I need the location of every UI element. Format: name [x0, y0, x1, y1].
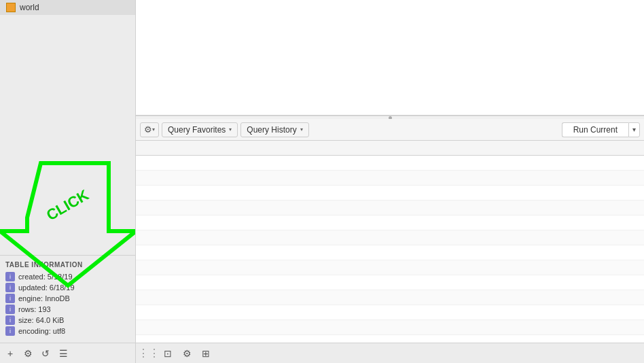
query-history-label: Query History: [247, 125, 296, 135]
gear-icon: ⚙: [144, 124, 152, 135]
info-label-rows: rows: 193: [18, 305, 51, 313]
bookmark-button[interactable]: ☰: [56, 346, 71, 361]
run-button-group: Run Current ▾: [562, 122, 640, 137]
info-row-created: i created: 5/18/19: [5, 272, 135, 281]
info-label-size: size: 64.0 KiB: [18, 316, 64, 324]
info-icon-updated: i: [5, 283, 15, 292]
content-area: ⚙ ▾ Query Favorites ▾ Query History ▾ Ru…: [136, 0, 644, 363]
query-favorites-button[interactable]: Query Favorites ▾: [162, 122, 238, 137]
image-view-button[interactable]: ⊡: [160, 346, 175, 361]
info-icon-encoding: i: [5, 326, 15, 336]
sidebar-item-label: world: [20, 3, 39, 12]
gear-button-sidebar[interactable]: ⚙: [20, 346, 35, 361]
info-label-engine: engine: InnoDB: [18, 294, 70, 302]
sidebar: world TABLE INFORMATION i created: 5/18/…: [0, 0, 136, 363]
info-icon-created: i: [5, 272, 15, 281]
add-button[interactable]: +: [3, 346, 18, 361]
results-area[interactable]: [136, 141, 644, 343]
table-row: [136, 156, 644, 171]
sidebar-item-world[interactable]: world: [0, 0, 135, 15]
separator-handle[interactable]: ⋮⋮: [141, 346, 156, 361]
table-row: [136, 230, 644, 245]
table-row: [136, 171, 644, 186]
gear-dropdown-icon: ▾: [152, 126, 155, 133]
info-row-rows: i rows: 193: [5, 305, 135, 314]
sidebar-tree: world: [0, 0, 135, 255]
info-row-updated: i updated: 6/18/19: [5, 283, 135, 292]
table-info-header: TABLE INFORMATION: [5, 261, 135, 269]
info-row-engine: i engine: InnoDB: [5, 294, 135, 303]
table-info-panel: TABLE INFORMATION i created: 5/18/19 i u…: [0, 255, 135, 343]
table-row: [136, 305, 644, 320]
query-toolbar: ⚙ ▾ Query Favorites ▾ Query History ▾ Ru…: [136, 119, 644, 141]
image-icon: ⊡: [164, 348, 172, 359]
query-favorites-dropdown-icon: ▾: [229, 126, 232, 133]
settings-button[interactable]: ⚙: [179, 346, 194, 361]
result-header-row: [136, 141, 644, 156]
table-row: [136, 186, 644, 201]
table-row: [136, 260, 644, 275]
refresh-button[interactable]: ↺: [38, 346, 53, 361]
table-row: [136, 245, 644, 260]
query-history-dropdown-icon: ▾: [300, 126, 303, 133]
info-row-size: i size: 64.0 KiB: [5, 315, 135, 325]
content-bottom-toolbar: ⋮⋮ ⊡ ⚙ ⊞: [136, 343, 644, 363]
table-row: [136, 275, 644, 290]
query-editor[interactable]: [136, 0, 644, 116]
run-current-button[interactable]: Run Current: [562, 122, 628, 137]
table-row: [136, 290, 644, 305]
info-icon-size: i: [5, 315, 15, 325]
info-label-updated: updated: 6/18/19: [18, 283, 75, 292]
info-label-created: created: 5/18/19: [18, 273, 73, 281]
table-row: [136, 215, 644, 230]
separator-icon: ⋮⋮: [138, 347, 160, 360]
info-icon-engine: i: [5, 294, 15, 303]
sidebar-bottom-toolbar: + ⚙ ↺ ☰: [0, 343, 135, 363]
info-row-encoding: i encoding: utf8: [5, 326, 135, 336]
info-label-encoding: encoding: utf8: [18, 327, 65, 335]
query-favorites-label: Query Favorites: [168, 125, 226, 135]
info-icon-rows: i: [5, 305, 15, 314]
table-row: [136, 320, 644, 335]
table-view-button[interactable]: ⊞: [198, 346, 213, 361]
query-history-button[interactable]: Query History ▾: [240, 122, 308, 137]
query-gear-button[interactable]: ⚙ ▾: [140, 122, 159, 137]
settings-gear-icon: ⚙: [183, 348, 192, 359]
table-row: [136, 201, 644, 215]
table-icon: [5, 2, 16, 13]
run-dropdown-button[interactable]: ▾: [628, 122, 640, 137]
table-grid-icon: ⊞: [202, 348, 210, 359]
